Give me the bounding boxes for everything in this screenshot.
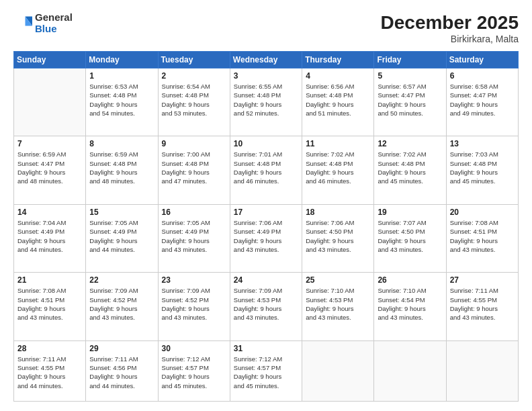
calendar-week-1: 1Sunrise: 6:53 AMSunset: 4:48 PMDaylight…: [14, 68, 519, 136]
calendar-cell: 23Sunrise: 7:09 AMSunset: 4:52 PMDayligh…: [158, 273, 230, 340]
day-number: 28: [17, 344, 82, 353]
calendar-week-2: 7Sunrise: 6:59 AMSunset: 4:47 PMDaylight…: [14, 136, 519, 204]
calendar-cell: 29Sunrise: 7:11 AMSunset: 4:56 PMDayligh…: [86, 340, 158, 401]
day-info: Sunrise: 6:58 AMSunset: 4:47 PMDaylight:…: [450, 82, 515, 118]
day-info: Sunrise: 7:08 AMSunset: 4:51 PMDaylight:…: [17, 286, 82, 322]
calendar-cell: 26Sunrise: 7:10 AMSunset: 4:54 PMDayligh…: [374, 273, 446, 340]
calendar-cell: 20Sunrise: 7:08 AMSunset: 4:51 PMDayligh…: [446, 204, 518, 272]
day-info: Sunrise: 7:02 AMSunset: 4:48 PMDaylight:…: [306, 150, 370, 185]
day-number: 14: [17, 208, 82, 217]
calendar-cell: [446, 340, 518, 401]
day-number: 9: [162, 139, 226, 148]
day-number: 2: [162, 71, 226, 81]
calendar-cell: 3Sunrise: 6:55 AMSunset: 4:48 PMDaylight…: [230, 68, 302, 136]
logo-icon: [13, 14, 32, 33]
calendar-cell: 15Sunrise: 7:05 AMSunset: 4:49 PMDayligh…: [86, 204, 158, 272]
logo-text: General Blue: [35, 12, 73, 34]
day-number: 16: [162, 208, 226, 217]
day-info: Sunrise: 6:54 AMSunset: 4:48 PMDaylight:…: [162, 82, 226, 118]
logo: General Blue: [13, 12, 73, 34]
header: General Blue December 2025 Birkirkara, M…: [13, 12, 519, 44]
day-number: 23: [162, 275, 226, 285]
calendar-cell: [14, 68, 86, 136]
day-number: 26: [378, 275, 442, 285]
day-number: 12: [378, 139, 442, 148]
logo-general: General: [35, 12, 73, 24]
day-number: 19: [378, 208, 442, 217]
title-location: Birkirkara, Malta: [381, 34, 519, 44]
calendar-cell: 22Sunrise: 7:09 AMSunset: 4:52 PMDayligh…: [86, 273, 158, 340]
day-number: 11: [306, 139, 370, 148]
day-info: Sunrise: 7:06 AMSunset: 4:49 PMDaylight:…: [234, 218, 298, 254]
calendar-cell: 13Sunrise: 7:03 AMSunset: 4:48 PMDayligh…: [446, 136, 518, 204]
day-number: 3: [234, 71, 298, 81]
calendar-cell: 25Sunrise: 7:10 AMSunset: 4:53 PMDayligh…: [302, 273, 374, 340]
day-info: Sunrise: 7:11 AMSunset: 4:55 PMDaylight:…: [17, 355, 82, 390]
day-number: 17: [234, 208, 298, 217]
day-info: Sunrise: 7:10 AMSunset: 4:53 PMDaylight:…: [306, 286, 370, 322]
calendar-table: SundayMondayTuesdayWednesdayThursdayFrid…: [13, 51, 519, 402]
day-info: Sunrise: 7:01 AMSunset: 4:48 PMDaylight:…: [234, 150, 298, 185]
calendar-header-tuesday: Tuesday: [158, 52, 230, 68]
day-number: 8: [89, 139, 154, 148]
calendar-cell: 27Sunrise: 7:11 AMSunset: 4:55 PMDayligh…: [446, 273, 518, 340]
day-number: 5: [378, 71, 442, 81]
day-info: Sunrise: 7:02 AMSunset: 4:48 PMDaylight:…: [378, 150, 442, 185]
day-info: Sunrise: 7:11 AMSunset: 4:55 PMDaylight:…: [450, 286, 515, 322]
day-info: Sunrise: 7:10 AMSunset: 4:54 PMDaylight:…: [378, 286, 442, 322]
day-number: 4: [306, 71, 370, 81]
calendar-cell: 19Sunrise: 7:07 AMSunset: 4:50 PMDayligh…: [374, 204, 446, 272]
day-info: Sunrise: 7:09 AMSunset: 4:53 PMDaylight:…: [234, 286, 298, 322]
day-info: Sunrise: 6:59 AMSunset: 4:48 PMDaylight:…: [89, 150, 154, 185]
day-info: Sunrise: 7:03 AMSunset: 4:48 PMDaylight:…: [450, 150, 515, 185]
calendar-cell: 10Sunrise: 7:01 AMSunset: 4:48 PMDayligh…: [230, 136, 302, 204]
day-number: 7: [17, 139, 82, 148]
calendar-cell: 6Sunrise: 6:58 AMSunset: 4:47 PMDaylight…: [446, 68, 518, 136]
calendar-cell: 2Sunrise: 6:54 AMSunset: 4:48 PMDaylight…: [158, 68, 230, 136]
title-block: December 2025 Birkirkara, Malta: [381, 12, 519, 44]
day-number: 29: [89, 344, 154, 353]
calendar-cell: 24Sunrise: 7:09 AMSunset: 4:53 PMDayligh…: [230, 273, 302, 340]
day-info: Sunrise: 6:56 AMSunset: 4:48 PMDaylight:…: [306, 82, 370, 118]
day-number: 13: [450, 139, 515, 148]
day-number: 21: [17, 275, 82, 285]
calendar-week-5: 28Sunrise: 7:11 AMSunset: 4:55 PMDayligh…: [14, 340, 519, 401]
calendar-header-row: SundayMondayTuesdayWednesdayThursdayFrid…: [14, 52, 519, 68]
calendar-header-wednesday: Wednesday: [230, 52, 302, 68]
day-number: 10: [234, 139, 298, 148]
calendar-cell: 18Sunrise: 7:06 AMSunset: 4:50 PMDayligh…: [302, 204, 374, 272]
page: General Blue December 2025 Birkirkara, M…: [0, 0, 532, 411]
day-info: Sunrise: 7:11 AMSunset: 4:56 PMDaylight:…: [89, 355, 154, 390]
day-number: 1: [89, 71, 154, 81]
calendar-cell: [374, 340, 446, 401]
day-number: 20: [450, 208, 515, 217]
day-info: Sunrise: 7:05 AMSunset: 4:49 PMDaylight:…: [89, 218, 154, 254]
day-number: 27: [450, 275, 515, 285]
logo-blue: Blue: [35, 24, 73, 35]
title-month: December 2025: [381, 12, 519, 34]
day-number: 30: [162, 344, 226, 353]
calendar-header-saturday: Saturday: [446, 52, 518, 68]
day-info: Sunrise: 7:09 AMSunset: 4:52 PMDaylight:…: [162, 286, 226, 322]
day-info: Sunrise: 7:06 AMSunset: 4:50 PMDaylight:…: [306, 218, 370, 254]
day-info: Sunrise: 7:09 AMSunset: 4:52 PMDaylight:…: [89, 286, 154, 322]
day-number: 31: [234, 344, 298, 353]
calendar-header-thursday: Thursday: [302, 52, 374, 68]
calendar-cell: 11Sunrise: 7:02 AMSunset: 4:48 PMDayligh…: [302, 136, 374, 204]
calendar-cell: 7Sunrise: 6:59 AMSunset: 4:47 PMDaylight…: [14, 136, 86, 204]
day-info: Sunrise: 7:04 AMSunset: 4:49 PMDaylight:…: [17, 218, 82, 254]
day-number: 24: [234, 275, 298, 285]
day-info: Sunrise: 7:12 AMSunset: 4:57 PMDaylight:…: [162, 355, 226, 390]
day-info: Sunrise: 7:07 AMSunset: 4:50 PMDaylight:…: [378, 218, 442, 254]
day-number: 22: [89, 275, 154, 285]
calendar-cell: 5Sunrise: 6:57 AMSunset: 4:47 PMDaylight…: [374, 68, 446, 136]
calendar-cell: 9Sunrise: 7:00 AMSunset: 4:48 PMDaylight…: [158, 136, 230, 204]
calendar-cell: [302, 340, 374, 401]
calendar-header-sunday: Sunday: [14, 52, 86, 68]
day-number: 15: [89, 208, 154, 217]
calendar-cell: 4Sunrise: 6:56 AMSunset: 4:48 PMDaylight…: [302, 68, 374, 136]
calendar-cell: 31Sunrise: 7:12 AMSunset: 4:57 PMDayligh…: [230, 340, 302, 401]
day-info: Sunrise: 7:05 AMSunset: 4:49 PMDaylight:…: [162, 218, 226, 254]
day-info: Sunrise: 6:53 AMSunset: 4:48 PMDaylight:…: [89, 82, 154, 118]
day-info: Sunrise: 6:55 AMSunset: 4:48 PMDaylight:…: [234, 82, 298, 118]
